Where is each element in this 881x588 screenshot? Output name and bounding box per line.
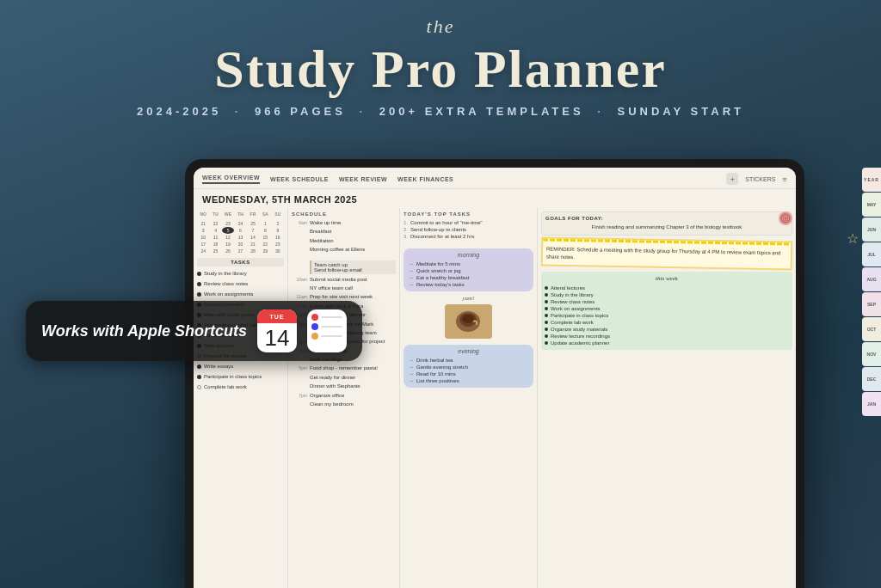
nav-week-review[interactable]: WEEK REVIEW	[339, 176, 387, 182]
task-essays: Write essays	[197, 363, 284, 370]
reminder-text: REMINDER: Schedule a meeting with the st…	[546, 246, 787, 266]
goals-title: GOALS FOR TODAY:	[545, 216, 788, 221]
day-we: WE	[222, 211, 234, 217]
task-dot	[197, 364, 201, 369]
nav-week-finances[interactable]: WEEK FINANCES	[397, 176, 453, 182]
header-subtitle: 2024-2025 · 966 PAGES · 200+ EXTRA TEMPL…	[0, 105, 881, 118]
tab-sep[interactable]: SEP	[862, 292, 881, 316]
task-assignments: Work on assignments	[197, 291, 284, 297]
tab-jan[interactable]: JAN	[862, 392, 881, 416]
week-dot	[545, 293, 548, 297]
dot2: ·	[360, 105, 367, 118]
menu-icon[interactable]: ≡	[782, 175, 787, 184]
planner-nav: WEEK OVERVIEW WEEK SCHEDULE WEEK REVIEW …	[194, 168, 796, 189]
week-dot	[545, 286, 548, 290]
reminder-row-3	[311, 333, 342, 340]
schedule-item: Meditation	[292, 237, 396, 244]
tablet-container: WEEK OVERVIEW WEEK SCHEDULE WEEK REVIEW …	[133, 159, 864, 588]
week-task-9: Update academic planner	[545, 340, 789, 346]
goals-text: Finish reading and summarizing Chapter 3…	[545, 224, 788, 231]
tab-jun[interactable]: JUN	[862, 217, 881, 242]
tab-jul[interactable]: JUL	[862, 242, 881, 266]
star-icon[interactable]: ☆	[847, 230, 859, 247]
tab-nov[interactable]: NOV	[862, 342, 881, 366]
reminder-line	[321, 316, 342, 318]
task-class-topics: Participate in class topics	[197, 373, 284, 380]
day-su: SU	[272, 211, 284, 217]
top-tasks-label: TODAY'S TOP TASKS	[404, 211, 533, 217]
nav-week-overview[interactable]: WEEK OVERVIEW	[202, 175, 260, 184]
tasks-label: TASKS	[197, 258, 284, 266]
week-task-2: Study in the library	[545, 291, 789, 298]
left-column: NO TU WE TH FR SA SU 212223242512 345678…	[194, 208, 288, 588]
week-task-1: Attend lectures	[545, 285, 789, 291]
stickers-label[interactable]: STICKERS	[745, 176, 775, 182]
subtitle-start: SUNDAY START	[618, 105, 744, 118]
task-dot	[197, 292, 201, 297]
schedule-item: Morning coffee at Ellens	[292, 246, 396, 253]
week-dot	[545, 334, 548, 338]
reminder-row-2	[311, 323, 342, 330]
week-dot	[545, 341, 548, 345]
reminder-box: REMINDER: Schedule a meeting with the st…	[541, 236, 793, 270]
apple-shortcuts-badge: Works with Apple Shortcuts TUE 14	[26, 301, 362, 361]
yum-label: yum!	[463, 295, 475, 302]
subtitle-templates: 200+ EXTRA TEMPLATES	[379, 105, 584, 118]
schedule-item: 7pm Organize office	[292, 392, 396, 399]
evening-task-2: →Gentle evening stretch	[409, 364, 528, 371]
schedule-item: 10am Submit social media post	[292, 276, 396, 283]
reminder-line	[321, 335, 342, 337]
this-week-title: this week	[545, 275, 789, 282]
middle-column: TODAY'S TOP TASKS 1. Commit to an hour o…	[400, 208, 538, 588]
task-dot	[197, 385, 201, 389]
schedule-item: Dinner with Stephanie	[292, 383, 396, 389]
goals-box: GOALS FOR TODAY: Finish reading and summ…	[541, 211, 792, 236]
morning-task-2: →Quick stretch or jog	[409, 267, 528, 274]
target-icon	[779, 211, 792, 225]
morning-label: morning	[409, 252, 528, 258]
schedule-label: SCHEDULE	[292, 211, 396, 217]
reminder-row-1	[311, 314, 342, 321]
week-task-5: Participate in class topics	[545, 312, 789, 319]
tab-aug[interactable]: AUG	[862, 267, 881, 291]
tab-may[interactable]: MAY	[862, 193, 881, 217]
week-dot	[545, 328, 548, 331]
dot1: ·	[235, 105, 242, 118]
top-task-1: 1. Commit to an hour of "me-time"	[404, 219, 533, 226]
header-the-label: the	[0, 15, 881, 38]
tablet: WEEK OVERVIEW WEEK SCHEDULE WEEK REVIEW …	[185, 159, 804, 588]
evening-task-3: →Read for 10 mins	[409, 371, 528, 377]
schedule-item: 5pm Food shop - remember pasta!	[292, 364, 396, 371]
svg-point-3	[462, 315, 474, 323]
week-dot	[545, 314, 548, 317]
food-image	[445, 304, 492, 339]
evening-task-4: →List three positives	[409, 377, 528, 384]
calendar-icon: TUE 14	[257, 309, 297, 352]
week-dot	[545, 321, 548, 324]
dot3: ·	[597, 105, 604, 118]
tab-year[interactable]: YEAR	[862, 168, 881, 192]
evening-task-1: →Drink herbal tea	[409, 357, 528, 364]
add-button[interactable]: +	[726, 173, 738, 185]
tab-oct[interactable]: OCT	[862, 317, 881, 341]
task-dot	[197, 272, 201, 276]
orange-circle-icon	[311, 333, 318, 340]
day-no: NO	[197, 211, 209, 217]
task-dot	[197, 375, 201, 379]
week-task-3: Review class notes	[545, 298, 789, 305]
svg-point-6	[785, 217, 787, 220]
cal-day-label: TUE	[270, 314, 285, 320]
week-dot	[545, 300, 548, 303]
task-lab: Complete lab work	[197, 383, 284, 390]
schedule-block: Team catch upSend follow-up email	[310, 260, 396, 274]
top-task-2: 2. Send follow-up to clients	[404, 226, 533, 233]
week-task-4: Work on assignments	[545, 305, 789, 312]
day-fr: FR	[247, 211, 259, 217]
week-dot	[545, 307, 548, 310]
tablet-screen: WEEK OVERVIEW WEEK SCHEDULE WEEK REVIEW …	[194, 168, 796, 588]
morning-task-1: →Meditate for 5 mins	[409, 260, 528, 267]
tab-dec[interactable]: DEC	[862, 367, 881, 391]
nav-week-schedule[interactable]: WEEK SCHEDULE	[270, 176, 329, 182]
apple-shortcuts-text: Works with Apple Shortcuts	[41, 322, 247, 340]
week-task-8: Review lecture recordings	[545, 333, 789, 340]
